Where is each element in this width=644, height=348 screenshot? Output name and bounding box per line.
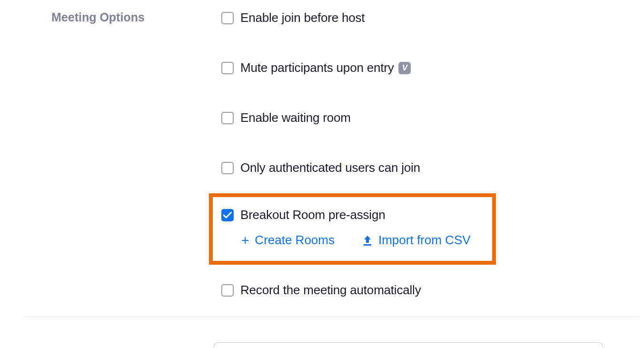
record-auto-checkbox[interactable] — [221, 284, 234, 297]
option-enable-join-before-host: Enable join before host — [221, 10, 644, 25]
check-icon — [223, 212, 232, 219]
import-csv-button[interactable]: Import from CSV — [362, 233, 471, 248]
section-title: Meeting Options — [51, 10, 221, 24]
create-rooms-button[interactable]: + Create Rooms — [241, 233, 335, 248]
breakout-room-label: Breakout Room pre-assign — [240, 208, 385, 222]
section-divider — [24, 317, 639, 317]
info-badge-icon[interactable]: V — [398, 62, 411, 74]
mute-participants-checkbox[interactable] — [221, 62, 234, 74]
plus-icon: + — [241, 234, 249, 247]
create-rooms-label: Create Rooms — [255, 233, 335, 248]
import-csv-label: Import from CSV — [378, 233, 471, 248]
authenticated-users-label: Only authenticated users can join — [240, 160, 420, 175]
upload-icon — [362, 235, 373, 246]
breakout-room-checkbox[interactable] — [221, 209, 234, 221]
waiting-room-label: Enable waiting room — [240, 110, 351, 125]
enable-join-before-host-label: Enable join before host — [240, 10, 365, 25]
option-waiting-room: Enable waiting room — [221, 110, 644, 125]
option-authenticated-users: Only authenticated users can join — [221, 160, 644, 175]
next-section-input[interactable] — [213, 342, 604, 348]
enable-join-before-host-checkbox[interactable] — [221, 12, 234, 24]
mute-participants-label: Mute participants upon entry — [240, 60, 394, 75]
option-record-auto: Record the meeting automatically — [221, 283, 644, 298]
option-mute-participants: Mute participants upon entry V — [221, 60, 644, 75]
record-auto-label: Record the meeting automatically — [240, 283, 421, 298]
breakout-room-highlight: Breakout Room pre-assign + Create Rooms … — [209, 193, 496, 265]
waiting-room-checkbox[interactable] — [221, 112, 234, 124]
authenticated-users-checkbox[interactable] — [221, 162, 234, 174]
option-breakout-room: Breakout Room pre-assign — [221, 208, 484, 222]
